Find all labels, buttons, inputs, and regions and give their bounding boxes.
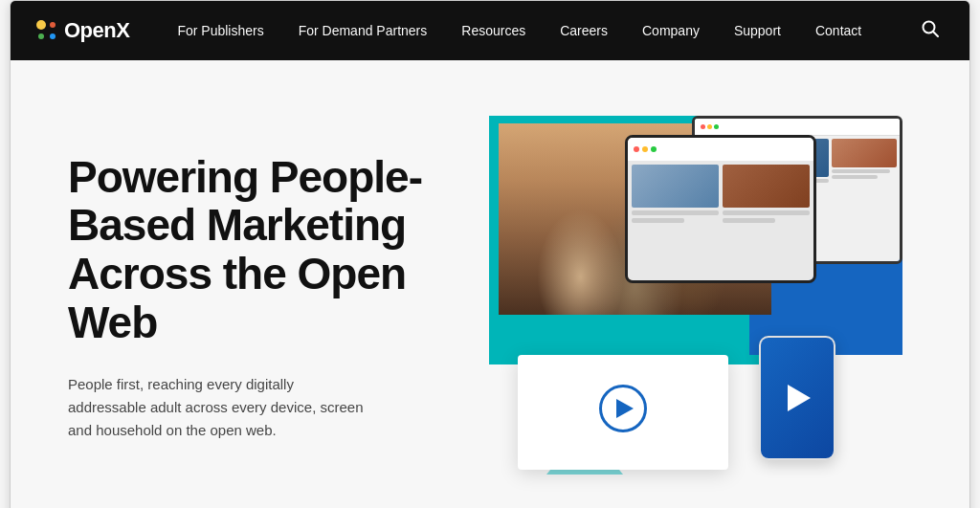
hero-content: Powering People-Based Marketing Across t…	[68, 153, 470, 442]
laptop-sidebar-text-2	[832, 175, 878, 179]
tab-dot-green	[651, 146, 657, 152]
tablet-screen	[628, 138, 813, 280]
tablet-text-2b	[723, 218, 775, 223]
nav-dot-yellow	[707, 124, 712, 129]
laptop-sidebar-img	[832, 139, 897, 167]
laptop-sidebar	[832, 139, 897, 258]
phone-screen	[761, 338, 834, 458]
nav-item-contact[interactable]: Contact	[798, 1, 879, 60]
svg-line-5	[933, 32, 938, 36]
tablet-img-1	[632, 165, 719, 208]
tablet-text-1a	[632, 210, 719, 215]
navbar: OpenX For Publishers For Demand Partners…	[11, 1, 969, 60]
svg-point-7	[540, 176, 582, 224]
phone-device	[759, 336, 835, 460]
svg-point-0	[36, 20, 46, 30]
tab-dot-red	[634, 146, 639, 152]
laptop-header-bar	[695, 119, 900, 136]
laptop-sidebar-text	[832, 169, 890, 173]
nav-item-careers[interactable]: Careers	[543, 1, 625, 60]
tablet-img-2	[723, 165, 810, 208]
card-play-icon	[616, 399, 634, 418]
svg-point-3	[50, 33, 56, 39]
svg-text:AROUND THE TOWN: AROUND THE TOWN	[508, 144, 603, 154]
nav-item-support[interactable]: Support	[717, 1, 798, 60]
hero-subtext: People first, reaching every digitally a…	[68, 373, 374, 442]
nav-dot-red	[701, 124, 705, 129]
tablet-content-area	[628, 161, 813, 280]
tablet-text-2a	[723, 210, 810, 215]
card-logo-mark	[599, 385, 647, 432]
tablet-text-1b	[632, 218, 684, 223]
browser-frame: OpenX For Publishers For Demand Partners…	[10, 0, 970, 508]
svg-point-2	[38, 33, 44, 39]
openx-logo-icon	[33, 17, 60, 44]
logo-text: OpenX	[64, 18, 129, 43]
tablet-header-bar	[628, 138, 813, 161]
nav-item-resources[interactable]: Resources	[444, 1, 543, 60]
nav-links: For Publishers For Demand Partners Resou…	[160, 1, 914, 60]
tab-dot-yellow	[642, 146, 648, 152]
search-icon[interactable]	[914, 20, 947, 42]
hero-visual: AROUND THE TOWN	[470, 106, 912, 489]
hero-headline: Powering People-Based Marketing Across t…	[68, 153, 470, 346]
nav-item-publishers[interactable]: For Publishers	[160, 1, 280, 60]
nav-item-demand-partners[interactable]: For Demand Partners	[281, 1, 445, 60]
nav-dot-green	[714, 124, 719, 129]
tablet-col-2	[723, 165, 810, 276]
phone-play-icon	[788, 385, 811, 411]
svg-rect-8	[540, 219, 582, 315]
hero-section: Powering People-Based Marketing Across t…	[11, 60, 969, 508]
nav-item-company[interactable]: Company	[625, 1, 717, 60]
tablet-col-1	[632, 165, 719, 276]
svg-point-1	[50, 22, 56, 28]
white-card	[518, 355, 728, 470]
logo[interactable]: OpenX	[33, 17, 129, 44]
tablet-device	[625, 135, 816, 283]
